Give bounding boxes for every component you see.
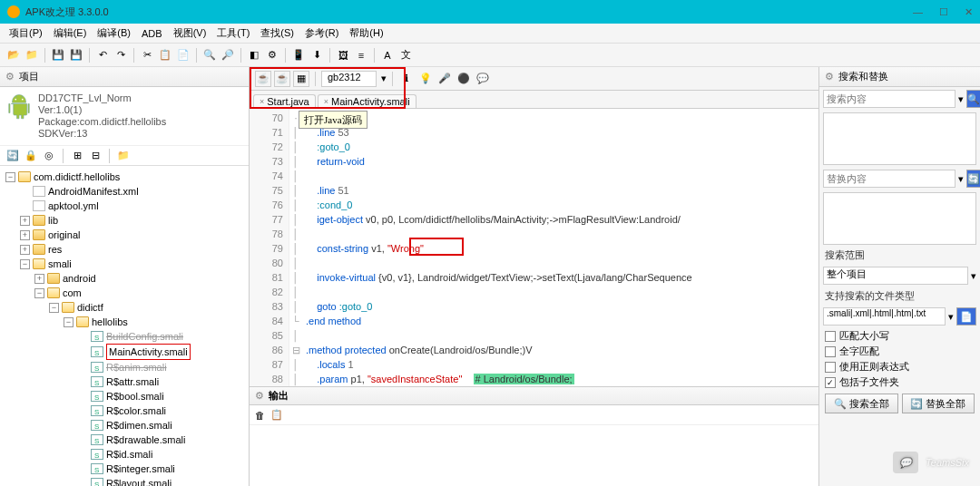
tree-item[interactable]: −com.didictf.hellolibs [2,170,247,184]
menu-item[interactable]: ADB [138,26,166,41]
menu-item[interactable]: 查找(S) [257,24,298,42]
tree-item[interactable]: +android [2,271,247,286]
tree-item[interactable]: R$id.smali [2,447,247,462]
checkbox[interactable] [825,362,836,373]
saveall-icon[interactable]: 💾 [68,47,84,63]
checkbox[interactable]: ✓ [825,377,836,388]
replace-results[interactable] [823,192,976,245]
checkbox[interactable] [825,346,836,357]
mic-icon[interactable]: 🎤 [436,71,453,87]
expand-icon[interactable]: ⊞ [70,149,84,163]
tree-toggle[interactable]: − [64,317,74,327]
tree-label[interactable]: R$id.smali [106,447,152,462]
tree-label[interactable]: BuildConfig.smali [106,329,183,344]
tree-label[interactable]: lib [48,213,58,228]
img-icon[interactable]: 🖼 [335,47,351,63]
replace-all-button[interactable]: 🔄替换全部 [902,394,975,413]
encoding-select[interactable]: gb2312 [321,71,377,87]
trans-icon[interactable]: 文 [397,47,414,63]
ref-icon[interactable]: 🔄 [5,149,20,163]
menu-item[interactable]: 编译(B) [93,24,134,42]
cut-icon[interactable]: ✂ [139,47,155,63]
open2-icon[interactable]: 📁 [24,47,40,63]
tree-label[interactable]: R$anim.smali [106,360,167,374]
code-editor[interactable]: 打开Java源码 7071727374757677787980818283848… [250,109,818,386]
search-all-button[interactable]: 🔍搜索全部 [825,394,898,413]
gear-icon[interactable]: ⚙ [825,71,834,83]
tree-item[interactable]: R$color.smali [2,403,247,418]
save-icon[interactable]: 💾 [50,47,66,63]
paste-icon[interactable]: 📄 [175,47,191,63]
tree-item[interactable]: apktool.yml [2,199,247,213]
tree-label[interactable]: R$bool.smali [106,389,164,403]
tree-item[interactable]: −smali [2,257,247,271]
folder-icon[interactable]: 📁 [116,149,131,163]
filetype-button[interactable]: 📄 [956,307,976,326]
editor-tab[interactable]: ×Start.java [253,94,316,108]
info-icon[interactable]: ℹ [398,71,415,87]
gear-icon[interactable]: ⚙ [5,71,15,83]
tree-label[interactable]: R$layout.smali [106,476,172,486]
tree-toggle[interactable]: − [20,259,30,269]
checkbox[interactable] [825,331,836,342]
tree-toggle[interactable]: + [20,230,30,240]
replace-input[interactable] [823,170,956,188]
phone-icon[interactable]: 📱 [290,47,307,63]
tree-item[interactable]: R$drawable.smali [2,433,247,447]
tree-item[interactable]: R$bool.smali [2,389,247,403]
menu-item[interactable]: 项目(P) [5,24,46,42]
cog-icon[interactable]: ⚙ [264,47,280,63]
tree-item[interactable]: AndroidManifest.xml [2,184,247,199]
tree-item[interactable]: R$attr.smali [2,374,247,389]
copy-icon[interactable]: 📋 [157,47,173,63]
tree-label[interactable]: apktool.yml [48,199,99,213]
option-row[interactable]: 使用正则表达式 [819,359,980,374]
tree-label[interactable]: R$color.smali [106,403,166,418]
maximize-button[interactable]: ☐ [939,6,948,18]
clear-icon[interactable]: 🗑 [255,410,265,421]
tree-item[interactable]: MainActivity.smali [2,344,247,360]
hex-icon[interactable]: ▦ [293,71,309,87]
editor-tab[interactable]: ×MainActivity.smali [318,94,416,108]
redo-icon[interactable]: ↷ [113,47,129,63]
tree-toggle[interactable]: − [49,303,59,313]
tree-item[interactable]: +res [2,242,247,257]
cube-icon[interactable]: ◧ [246,47,262,63]
search-icon[interactable]: 🔍 [201,47,218,63]
bulb-icon[interactable]: 💡 [417,71,434,87]
tree-item[interactable]: BuildConfig.smali [2,329,247,344]
xml-icon[interactable]: ≡ [353,47,369,63]
tree-label[interactable]: AndroidManifest.xml [48,184,139,199]
tree-label[interactable]: R$dimen.smali [106,418,172,433]
code-area[interactable]: .line 53 :goto_0 return-void .line 51 :c… [302,109,818,386]
lock-icon[interactable]: 🔒 [24,149,38,163]
tree-label[interactable]: hellolibs [92,315,128,329]
search-results[interactable] [823,112,976,165]
tree-toggle[interactable]: + [20,216,30,226]
option-row[interactable]: ✓包括子文件夹 [819,374,980,390]
search-input[interactable] [823,90,956,108]
fold-column[interactable]: ·│││││││││││││└│⊟│││││││││ [289,109,302,386]
tree-label[interactable]: smali [48,257,72,271]
tree-label[interactable]: res [48,242,62,257]
tree-label[interactable]: com.didictf.hellolibs [34,170,120,184]
qq-icon[interactable]: 💬 [475,71,491,87]
close-icon[interactable]: × [324,97,328,106]
tree-item[interactable]: R$dimen.smali [2,418,247,433]
menu-item[interactable]: 参考(R) [301,24,342,42]
replace-go-button[interactable]: 🔄 [966,170,980,188]
tree-toggle[interactable]: − [5,172,15,182]
menu-item[interactable]: 工具(T) [213,24,253,42]
scope-select[interactable]: 整个项目 [823,267,968,285]
tree-item[interactable]: −didictf [2,300,247,315]
tree-toggle[interactable]: + [34,274,44,284]
option-row[interactable]: 匹配大小写 [819,328,980,344]
tree-label[interactable]: MainActivity.smali [106,344,191,360]
undo-icon[interactable]: ↶ [94,47,111,63]
tree-item[interactable]: R$layout.smali [2,476,247,486]
tree-label[interactable]: R$integer.smali [106,462,175,476]
file-tree[interactable]: −com.didictf.hellolibsAndroidManifest.xm… [0,166,249,486]
tree-item[interactable]: R$integer.smali [2,462,247,476]
close-icon[interactable]: × [260,97,264,106]
tree-label[interactable]: didictf [77,300,103,315]
